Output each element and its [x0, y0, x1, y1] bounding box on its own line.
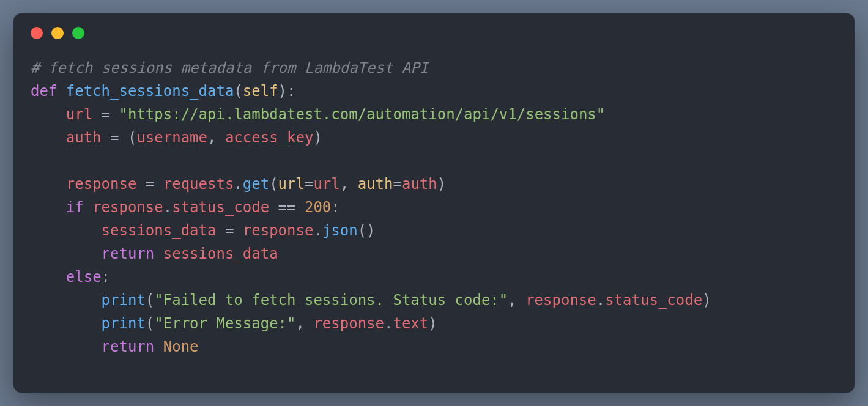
- keyword-else: else: [66, 268, 102, 286]
- string-url: "https://api.lambdatest.com/automation/a…: [119, 106, 606, 123]
- attr-text: text: [393, 315, 428, 332]
- num-200: 200: [305, 199, 331, 216]
- zoom-icon[interactable]: [72, 27, 84, 39]
- close-icon[interactable]: [31, 27, 43, 39]
- kwarg-url: url: [278, 175, 305, 193]
- minimize-icon[interactable]: [51, 27, 64, 39]
- fn-print: print: [102, 292, 146, 309]
- string-err: "Error Message:": [154, 315, 295, 332]
- var-url: url: [66, 106, 92, 123]
- fn-json: json: [322, 222, 358, 239]
- code-comment: # fetch sessions metadata from LambdaTes…: [31, 59, 428, 76]
- code-block: # fetch sessions metadata from LambdaTes…: [31, 56, 837, 358]
- kwarg-auth: auth: [358, 175, 393, 193]
- code-window: # fetch sessions metadata from LambdaTes…: [13, 13, 855, 393]
- var-response: response: [66, 175, 137, 193]
- keyword-def: def: [31, 83, 57, 100]
- id-username: username: [136, 129, 207, 146]
- var-sessions-data: sessions_data: [102, 222, 217, 239]
- attr-status-code: status_code: [172, 199, 269, 216]
- var-auth: auth: [66, 129, 102, 146]
- keyword-return: return: [102, 245, 155, 262]
- function-name: fetch_sessions_data: [66, 83, 234, 100]
- string-fail: "Failed to fetch sessions. Status code:": [154, 292, 508, 309]
- id-requests: requests: [163, 175, 234, 193]
- const-none: None: [163, 338, 199, 355]
- window-titlebar: [31, 27, 837, 39]
- fn-get: get: [243, 175, 269, 193]
- param-self: self: [243, 83, 278, 100]
- keyword-if: if: [66, 199, 84, 216]
- id-access-key: access_key: [225, 129, 314, 146]
